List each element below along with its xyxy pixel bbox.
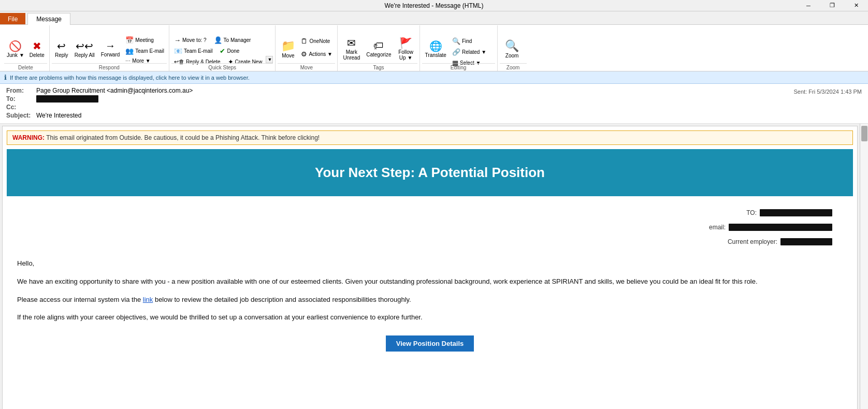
sent-value: Fri 5/3/2024 1:43 PM: [808, 89, 862, 95]
team-email-button[interactable]: 👥 Team E-mail: [123, 46, 167, 56]
team-email2-button[interactable]: 📧 Team E-mail: [171, 46, 215, 56]
ribbon-group-move-label: Move: [278, 63, 335, 71]
follow-up-button[interactable]: 🚩 FollowUp ▼: [395, 34, 417, 63]
to-label: To:: [6, 95, 36, 103]
ribbon: 🚫 Junk ▼ ✖ Delete Delete ↩ Reply ↩↩ Repl…: [0, 25, 868, 71]
subject-label: Subject:: [6, 112, 36, 119]
cc-label: Cc:: [6, 104, 36, 111]
ribbon-group-move: 📁 Move 🗒 OneNote ⚙ Actions ▼ Move: [276, 25, 338, 71]
translate-icon: 🌐: [429, 40, 442, 52]
ribbon-group-editing: 🌐 Translate 🔍 Find 🔗 Related ▼ ▦ Select …: [420, 25, 498, 71]
find-icon: 🔍: [452, 37, 460, 45]
to-manager-icon: 👤: [214, 36, 222, 44]
link-text[interactable]: link: [143, 296, 153, 303]
to-contact-label: TO:: [746, 207, 757, 219]
window-controls: ─ ❐ ✕: [797, 0, 868, 11]
email-contact-label: email:: [709, 221, 726, 233]
ribbon-group-quicksteps-label: Quick Steps: [171, 63, 273, 71]
ribbon-group-respond-top: ↩ Reply ↩↩ Reply All → Forward 📅 Meeting…: [52, 26, 167, 63]
scrollbar-thumb[interactable]: [861, 126, 867, 141]
reply-icon: ↩: [57, 40, 66, 52]
ribbon-group-zoom-label: Zoom: [500, 63, 527, 71]
onenote-button[interactable]: 🗒 OneNote: [298, 36, 335, 46]
ribbon-group-respond: ↩ Reply ↩↩ Reply All → Forward 📅 Meeting…: [50, 25, 169, 71]
to-contact-value: [760, 209, 832, 216]
to-contact-row: TO:: [7, 207, 832, 219]
actions-button[interactable]: ⚙ Actions ▼: [298, 49, 335, 59]
scrollbar[interactable]: [860, 124, 868, 409]
employer-contact-label: Current employer:: [728, 236, 777, 248]
close-button[interactable]: ✕: [844, 0, 868, 11]
para4: If the role aligns with your career obje…: [17, 312, 843, 323]
mark-unread-button[interactable]: ✉ MarkUnread: [340, 34, 363, 63]
categorize-icon: 🏷: [373, 40, 384, 52]
move-btn[interactable]: 📁 Move: [278, 34, 298, 63]
cc-row: Cc:: [6, 104, 794, 111]
ribbon-group-zoom-top: 🔍 Zoom: [500, 26, 527, 63]
junk-button[interactable]: 🚫 Junk ▼: [4, 34, 27, 63]
ribbon-group-tags: ✉ MarkUnread 🏷 Categorize 🚩 FollowUp ▼ T…: [338, 25, 419, 71]
ribbon-group-zoom: 🔍 Zoom Zoom: [498, 25, 529, 71]
ribbon-group-move-top: 📁 Move 🗒 OneNote ⚙ Actions ▼: [278, 26, 335, 63]
info-bar[interactable]: ℹ If there are problems with how this me…: [0, 71, 868, 84]
cta-button[interactable]: View Position Details: [386, 335, 474, 352]
email-body-wrap: WARNING: This email originated from Outs…: [0, 124, 868, 409]
ribbon-group-editing-label: Editing: [422, 63, 495, 71]
para2: We have an exciting opportunity to share…: [17, 276, 843, 287]
email-contact-row: email:: [7, 221, 832, 233]
email-header: From: Page Group Recruitment <admin@jacq…: [0, 84, 868, 124]
contact-block: TO: email: Current employer:: [7, 207, 853, 248]
para1: Hello,: [17, 258, 843, 269]
move-to-button[interactable]: → Move to: ?: [171, 35, 209, 45]
ribbon-group-quicksteps-top: → Move to: ? 👤 To Manager 📧 Team E-mail …: [171, 26, 273, 63]
ribbon-group-editing-top: 🌐 Translate 🔍 Find 🔗 Related ▼ ▦ Select …: [422, 26, 495, 63]
ribbon-group-delete-top: 🚫 Junk ▼ ✖ Delete: [4, 26, 47, 63]
related-icon: 🔗: [452, 48, 460, 56]
sent-label: Sent:: [794, 89, 809, 95]
warning-text: This email originated from Outside. Be c…: [46, 134, 320, 141]
meeting-button[interactable]: 📅 Meeting: [123, 35, 167, 45]
related-button[interactable]: 🔗 Related ▼: [450, 47, 489, 57]
reply-button[interactable]: ↩ Reply: [52, 34, 71, 63]
warning-bar: WARNING: This email originated from Outs…: [7, 130, 853, 145]
window-title: We're Interested - Message (HTML): [385, 2, 484, 9]
restore-button[interactable]: ❐: [820, 0, 844, 11]
quicksteps-expand-button[interactable]: ▼: [266, 56, 273, 63]
minimize-button[interactable]: ─: [797, 0, 820, 11]
team-email2-icon: 📧: [174, 47, 182, 55]
delete-icon: ✖: [33, 40, 41, 52]
ribbon-group-delete-label: Delete: [4, 63, 47, 71]
reply-all-button[interactable]: ↩↩ Reply All: [71, 34, 98, 63]
tab-bar: File Message: [0, 11, 868, 25]
subject-row: Subject: We're Interested: [6, 112, 794, 119]
subject-value: We're Interested: [36, 112, 794, 119]
find-button[interactable]: 🔍 Find: [450, 36, 489, 46]
onenote-icon: 🗒: [301, 37, 308, 45]
done-icon: ✔: [220, 47, 225, 55]
warning-label: WARNING:: [12, 134, 45, 141]
ribbon-group-respond-label: Respond: [52, 63, 167, 71]
info-text: If there are problems with how this mess…: [10, 75, 250, 81]
translate-button[interactable]: 🌐 Translate: [422, 34, 450, 63]
to-manager-button[interactable]: 👤 To Manager: [211, 35, 254, 45]
from-value: Page Group Recruitment <admin@jacqinteri…: [36, 87, 794, 94]
team-email-icon: 👥: [125, 47, 134, 55]
delete-button[interactable]: ✖ Delete: [27, 34, 47, 63]
forward-button[interactable]: → Forward: [98, 34, 123, 63]
tab-message[interactable]: Message: [27, 13, 70, 25]
reply-all-icon: ↩↩: [76, 40, 93, 52]
to-value: [36, 95, 98, 103]
email-content: Your Next Step: A Potential Position TO:…: [3, 149, 857, 374]
from-label: From:: [6, 87, 36, 94]
done-button[interactable]: ✔ Done: [217, 46, 242, 56]
info-icon: ℹ: [4, 74, 7, 81]
tab-file[interactable]: File: [0, 13, 25, 24]
categorize-button[interactable]: 🏷 Categorize: [363, 34, 394, 63]
ribbon-group-quicksteps: → Move to: ? 👤 To Manager 📧 Team E-mail …: [169, 25, 276, 71]
zoom-button[interactable]: 🔍 Zoom: [500, 34, 525, 63]
email-contact-value: [729, 224, 832, 231]
mark-unread-icon: ✉: [347, 37, 356, 49]
forward-icon: →: [105, 40, 115, 52]
cta-wrap: View Position Details: [17, 335, 843, 352]
employer-contact-value: [780, 238, 832, 245]
